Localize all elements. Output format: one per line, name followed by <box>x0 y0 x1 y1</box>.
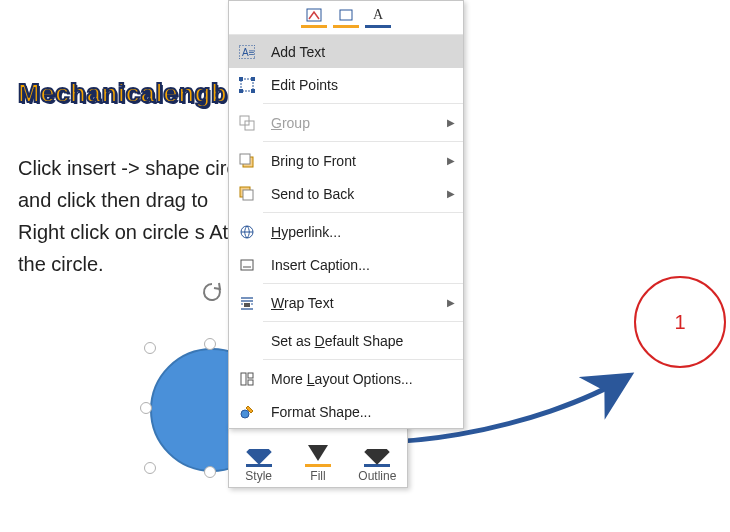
svg-rect-16 <box>241 260 253 270</box>
menu-item-group: Group▶ <box>229 106 463 139</box>
instruction-text: Click insert -> shape circle and click t… <box>18 152 252 280</box>
menu-separator <box>263 283 463 284</box>
add-text-icon: A≡ <box>237 42 257 62</box>
fill-button[interactable]: Fill <box>288 425 347 487</box>
hyperlink-icon <box>237 222 257 242</box>
menu-item-label: Insert Caption... <box>271 257 455 273</box>
group-icon <box>237 113 257 133</box>
menu-item-label: Format Shape... <box>271 404 455 420</box>
outline-label: Outline <box>350 469 405 483</box>
menu-item-label: Edit Points <box>271 77 455 93</box>
menu-item-hyperlink[interactable]: Hyperlink... <box>229 215 463 248</box>
wrap-text-icon <box>237 293 257 313</box>
menu-item-insert-caption[interactable]: Insert Caption... <box>229 248 463 281</box>
style-mini-icon[interactable] <box>301 5 327 28</box>
menu-item-more-layout-options[interactable]: More Layout Options... <box>229 362 463 395</box>
menu-separator <box>263 212 463 213</box>
outline-button[interactable]: Outline <box>348 425 407 487</box>
svg-rect-24 <box>241 373 246 385</box>
fill-label: Fill <box>290 469 345 483</box>
menu-item-add-text[interactable]: A≡Add Text <box>229 35 463 68</box>
menu-item-label: Add Text <box>271 44 455 60</box>
menu-separator <box>263 141 463 142</box>
svg-rect-26 <box>248 380 253 385</box>
instruction-line: Right click on circle s At t <box>18 216 252 248</box>
result-circle: 1 <box>634 276 726 368</box>
resize-handle-sw[interactable] <box>144 462 156 474</box>
shape-mini-toolbar: Style Fill Outline <box>228 424 408 488</box>
svg-rect-1 <box>340 10 352 20</box>
svg-rect-25 <box>248 373 253 378</box>
svg-rect-8 <box>251 89 255 93</box>
fill-mini-icon[interactable] <box>333 5 359 28</box>
menu-item-bring-to-front[interactable]: Bring to Front▶ <box>229 144 463 177</box>
instruction-line: Click insert -> shape circle <box>18 152 252 184</box>
instruction-line: the circle. <box>18 248 252 280</box>
caption-icon <box>237 255 257 275</box>
format-shape-icon <box>237 402 257 422</box>
svg-rect-14 <box>243 190 253 200</box>
menu-separator <box>263 321 463 322</box>
outline-icon <box>350 431 405 461</box>
menu-item-label: More Layout Options... <box>271 371 455 387</box>
style-button[interactable]: Style <box>229 425 288 487</box>
resize-handle-s[interactable] <box>204 466 216 478</box>
menu-item-label: Group <box>271 115 445 131</box>
svg-text:A≡: A≡ <box>242 47 255 58</box>
style-label: Style <box>231 469 286 483</box>
svg-rect-6 <box>251 77 255 81</box>
submenu-arrow-icon: ▶ <box>445 117 455 128</box>
svg-rect-7 <box>239 89 243 93</box>
instruction-line: and click then drag to <box>18 184 252 216</box>
menu-item-edit-points[interactable]: Edit Points <box>229 68 463 101</box>
menu-item-set-as-default-shape[interactable]: Set as Default Shape <box>229 324 463 357</box>
layout-options-icon <box>237 369 257 389</box>
menu-item-label: Wrap Text <box>271 295 445 311</box>
submenu-arrow-icon: ▶ <box>445 155 455 166</box>
resize-handle-w[interactable] <box>140 402 152 414</box>
mini-format-row: A <box>229 1 463 35</box>
menu-item-send-to-back[interactable]: Send to Back▶ <box>229 177 463 210</box>
menu-item-label: Send to Back <box>271 186 445 202</box>
send-back-icon <box>237 184 257 204</box>
style-icon <box>231 431 286 461</box>
menu-item-wrap-text[interactable]: Wrap Text▶ <box>229 286 463 319</box>
edit-points-icon <box>237 75 257 95</box>
menu-item-format-shape[interactable]: Format Shape... <box>229 395 463 428</box>
svg-rect-5 <box>239 77 243 81</box>
outline-mini-icon[interactable]: A <box>365 5 391 28</box>
submenu-arrow-icon: ▶ <box>445 297 455 308</box>
svg-point-27 <box>241 410 249 418</box>
submenu-arrow-icon: ▶ <box>445 188 455 199</box>
menu-item-label: Bring to Front <box>271 153 445 169</box>
result-label: 1 <box>674 311 685 334</box>
menu-separator <box>263 103 463 104</box>
resize-handle-nw[interactable] <box>144 342 156 354</box>
shape-context-menu: A A≡Add TextEdit PointsGroup▶Bring to Fr… <box>228 0 464 429</box>
menu-item-label: Set as Default Shape <box>271 333 455 349</box>
svg-rect-20 <box>244 303 250 307</box>
fill-icon <box>290 431 345 461</box>
svg-rect-12 <box>240 154 250 164</box>
resize-handle-n[interactable] <box>204 338 216 350</box>
menu-item-label: Hyperlink... <box>271 224 455 240</box>
rotate-handle-icon[interactable] <box>200 280 224 304</box>
bring-front-icon <box>237 151 257 171</box>
blank-icon <box>237 331 257 351</box>
menu-separator <box>263 359 463 360</box>
